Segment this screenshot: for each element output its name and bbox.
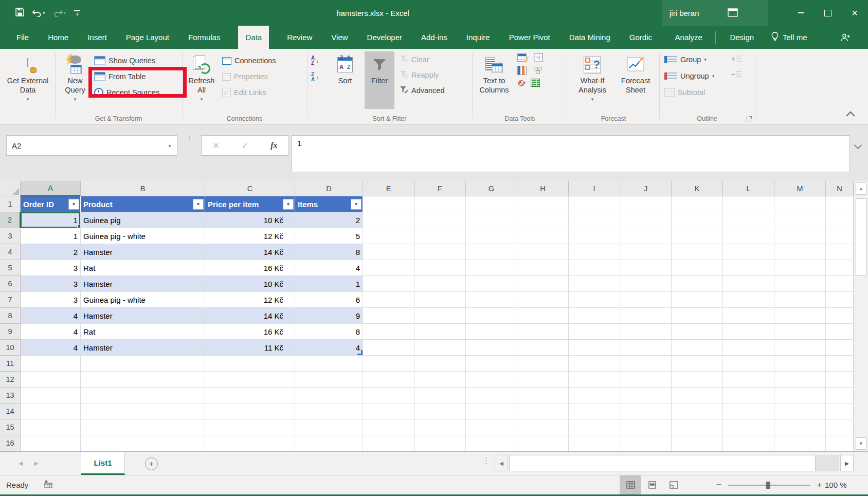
tab-home[interactable]: Home	[47, 26, 69, 49]
cell-H15[interactable]	[517, 419, 569, 435]
cell-C16[interactable]	[205, 435, 295, 451]
cell-L16[interactable]	[723, 435, 774, 451]
cell-H5[interactable]	[517, 260, 569, 276]
column-header-I[interactable]: I	[569, 181, 620, 196]
cell-H12[interactable]	[517, 372, 569, 388]
cell-F2[interactable]	[414, 212, 466, 228]
macro-record-icon[interactable]	[44, 480, 52, 490]
undo-button[interactable]: ▾	[32, 9, 45, 17]
vertical-scrollbar-thumb[interactable]	[856, 198, 866, 275]
row-header-10[interactable]: 10	[0, 340, 21, 356]
sort-button[interactable]: ZAAZ Sort	[331, 51, 359, 109]
cell-D15[interactable]	[295, 419, 363, 435]
tab-file[interactable]: File	[15, 26, 30, 49]
cell-H11[interactable]	[517, 356, 569, 372]
cell-M13[interactable]	[774, 388, 826, 403]
connections-button[interactable]: Connections	[222, 54, 276, 67]
cell-K15[interactable]	[672, 419, 723, 435]
forecast-sheet-button[interactable]: Forecast Sheet	[617, 51, 654, 109]
cell-N14[interactable]	[826, 403, 854, 419]
cell-B14[interactable]	[81, 403, 205, 419]
cell-I3[interactable]	[569, 228, 620, 244]
cell-N2[interactable]	[826, 212, 854, 228]
cell-M10[interactable]	[774, 340, 826, 356]
cell-J10[interactable]	[620, 340, 672, 356]
what-if-analysis-button[interactable]: ? What-If Analysis ▾	[572, 51, 613, 109]
page-layout-view-button[interactable]	[641, 475, 663, 494]
page-break-preview-button[interactable]	[663, 475, 684, 494]
cell-H7[interactable]	[517, 292, 569, 308]
cell-F5[interactable]	[414, 260, 466, 276]
cell-G8[interactable]	[466, 308, 517, 324]
cell-N12[interactable]	[826, 372, 854, 388]
row-header-2[interactable]: 2	[0, 212, 21, 228]
formula-bar-splitter[interactable]: ⋮	[186, 136, 191, 141]
clear-filter-button[interactable]: Clear	[400, 53, 445, 66]
filter-button[interactable]: Filter	[365, 51, 394, 109]
cell-J16[interactable]	[620, 435, 672, 451]
cell-L8[interactable]	[723, 308, 774, 324]
cell-M14[interactable]	[774, 403, 826, 419]
edit-links-button[interactable]: Edit Links	[222, 86, 276, 99]
cell-E11[interactable]	[363, 356, 414, 372]
horizontal-scrollbar-thumb[interactable]	[509, 455, 816, 471]
cell-M6[interactable]	[774, 276, 826, 292]
cell-G7[interactable]	[466, 292, 517, 308]
cell-K16[interactable]	[672, 435, 723, 451]
cell-K4[interactable]	[672, 244, 723, 260]
cell-A8[interactable]: 4	[21, 308, 81, 324]
cell-H16[interactable]	[517, 435, 569, 451]
cell-K1[interactable]	[672, 196, 723, 212]
cell-J2[interactable]	[620, 212, 672, 228]
cell-E16[interactable]	[363, 435, 414, 451]
cell-E10[interactable]	[363, 340, 414, 356]
cell-H2[interactable]	[517, 212, 569, 228]
horizontal-scrollbar[interactable]	[509, 455, 839, 471]
row-header-11[interactable]: 11	[0, 356, 21, 372]
cell-E12[interactable]	[363, 372, 414, 388]
tab-power-pivot[interactable]: Power Pivot	[508, 26, 551, 49]
scroll-up-icon[interactable]: ▲	[856, 182, 866, 195]
column-header-B[interactable]: B	[81, 181, 205, 196]
cell-A2[interactable]: 1	[21, 212, 81, 228]
show-detail-button[interactable]: +	[731, 53, 742, 64]
cell-F3[interactable]	[414, 228, 466, 244]
cell-C11[interactable]	[205, 356, 295, 372]
cell-E7[interactable]	[363, 292, 414, 308]
cell-C12[interactable]	[205, 372, 295, 388]
cell-E13[interactable]	[363, 388, 414, 403]
cell-K6[interactable]	[672, 276, 723, 292]
properties-button[interactable]: Properties	[222, 70, 276, 83]
row-header-1[interactable]: 1	[0, 196, 21, 212]
cell-F1[interactable]	[414, 196, 466, 212]
cell-J6[interactable]	[620, 276, 672, 292]
cell-G11[interactable]	[466, 356, 517, 372]
outline-dialog-launcher[interactable]	[747, 116, 752, 121]
cell-D6[interactable]: 1	[295, 276, 363, 292]
tab-view[interactable]: View	[330, 26, 349, 49]
cell-I12[interactable]	[569, 372, 620, 388]
row-header-13[interactable]: 13	[0, 388, 21, 403]
minimize-button[interactable]	[788, 0, 815, 26]
cell-D10[interactable]: 4	[295, 340, 363, 356]
cell-J14[interactable]	[620, 403, 672, 419]
cell-G10[interactable]	[466, 340, 517, 356]
cell-A12[interactable]	[21, 372, 81, 388]
cell-N13[interactable]	[826, 388, 854, 403]
sheet-tab-list1[interactable]: List1	[81, 452, 125, 475]
tab-review[interactable]: Review	[286, 26, 313, 49]
cell-K11[interactable]	[672, 356, 723, 372]
confirm-entry-icon[interactable]: ✓	[242, 141, 248, 151]
cell-M15[interactable]	[774, 419, 826, 435]
cell-M16[interactable]	[774, 435, 826, 451]
cell-L15[interactable]	[723, 419, 774, 435]
tab-splitter-handle[interactable]: ⋮	[482, 456, 490, 465]
zoom-in-icon[interactable]: +	[815, 481, 825, 490]
column-header-F[interactable]: F	[414, 181, 466, 196]
insert-function-icon[interactable]: fx	[270, 141, 277, 150]
cell-N3[interactable]	[826, 228, 854, 244]
cell-E14[interactable]	[363, 403, 414, 419]
formula-input[interactable]: 1	[292, 135, 850, 172]
undo-dropdown-icon[interactable]: ▾	[43, 10, 45, 15]
prev-sheet-icon[interactable]: ◀	[19, 460, 23, 467]
